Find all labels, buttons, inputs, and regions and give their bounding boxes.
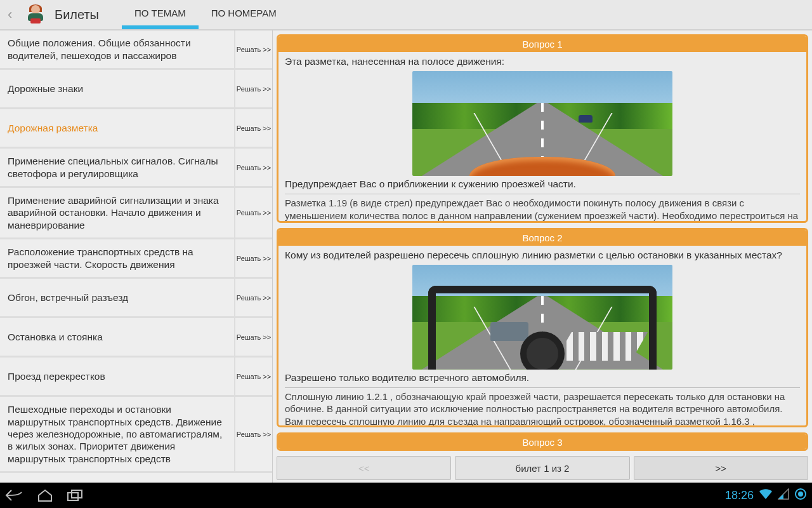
question-card: Вопрос 1 Эта разметка, нанесенная на пол… (277, 34, 808, 223)
pager: << билет 1 из 2 >> (277, 456, 808, 483)
clock: 18:26 (725, 489, 754, 502)
explanation-text: Сплошную линию 1.2.1 , обозначающую край… (285, 387, 800, 427)
topic-row[interactable]: Пешеходные переходы и остановки маршрутн… (0, 397, 272, 473)
solve-button[interactable]: Решать >> (234, 70, 272, 107)
topic-row[interactable]: Применение специальных сигналов. Сигналы… (0, 149, 272, 188)
solve-button[interactable]: Решать >> (234, 149, 272, 186)
question-image (412, 265, 672, 370)
topic-label: Применение специальных сигналов. Сигналы… (0, 149, 234, 186)
question-image (412, 71, 672, 176)
pager-next-button[interactable]: >> (634, 456, 808, 480)
solve-button[interactable]: Решать >> (234, 318, 272, 356)
topic-label: Дорожные знаки (0, 70, 234, 107)
solve-button[interactable]: Решать >> (234, 358, 272, 395)
pager-status: билет 1 из 2 (455, 456, 629, 480)
topic-row[interactable]: Остановка и стоянка Решать >> (0, 318, 272, 358)
topic-row[interactable]: Дорожная разметка Решать >> (0, 109, 272, 149)
topic-row[interactable]: Проезд перекрестков Решать >> (0, 358, 272, 397)
solve-button[interactable]: Решать >> (234, 279, 272, 316)
content: Вопрос 1 Эта разметка, нанесенная на пол… (273, 30, 812, 483)
topic-label: Проезд перекрестков (0, 358, 234, 395)
topic-row[interactable]: Дорожные знаки Решать >> (0, 70, 272, 109)
solve-button[interactable]: Решать >> (234, 109, 272, 147)
svg-point-3 (798, 491, 803, 497)
home-nav-icon[interactable] (37, 488, 53, 502)
page-title: Билеты (55, 8, 99, 22)
question-card: Вопрос 3 (277, 432, 808, 451)
signal-icon (778, 488, 789, 503)
svg-rect-0 (68, 493, 78, 500)
topic-row[interactable]: Применение аварийной сигнализации и знак… (0, 188, 272, 239)
tab-by-topic[interactable]: ПО ТЕМАМ (122, 0, 199, 29)
tab-by-number[interactable]: ПО НОМЕРАМ (199, 0, 289, 29)
solve-button[interactable]: Решать >> (234, 239, 272, 277)
topic-label: Применение аварийной сигнализации и знак… (0, 188, 234, 237)
solve-button[interactable]: Решать >> (234, 397, 272, 471)
question-heading: Вопрос 1 (278, 36, 806, 52)
topic-label: Расположение транспортных средств на про… (0, 239, 234, 277)
back-nav-icon[interactable] (5, 488, 24, 502)
question-card: Вопрос 2 Кому из водителей разрешено пер… (277, 228, 808, 427)
topic-label: Обгон, встречный разъезд (0, 279, 234, 316)
battery-icon (794, 488, 807, 504)
solve-button[interactable]: Решать >> (234, 30, 272, 68)
system-bar: 18:26 (0, 483, 812, 508)
topic-label: Общие положения. Общие обязанности водит… (0, 30, 234, 68)
pager-prev-button[interactable]: << (277, 456, 451, 480)
wifi-icon (759, 488, 773, 503)
question-text: Кому из водителей разрешено пересечь спл… (285, 250, 800, 261)
topic-row[interactable]: Обгон, встречный разъезд Решать >> (0, 279, 272, 318)
recent-nav-icon[interactable] (66, 488, 85, 502)
question-text: Эта разметка, нанесенная на полосе движе… (285, 56, 800, 67)
svg-rect-1 (72, 490, 82, 498)
sidebar: Общие положения. Общие обязанности водит… (0, 30, 273, 483)
app-icon (25, 4, 46, 25)
topic-label: Дорожная разметка (0, 109, 234, 147)
question-heading: Вопрос 3 (278, 434, 806, 450)
answer-text: Предупреждает Вас о приближении к сужени… (285, 178, 800, 190)
tabs: ПО ТЕМАМ ПО НОМЕРАМ (122, 0, 289, 29)
back-icon[interactable]: ‹ (8, 6, 16, 23)
topic-label: Пешеходные переходы и остановки маршрутн… (0, 397, 234, 471)
solve-button[interactable]: Решать >> (234, 188, 272, 237)
top-bar: ‹ Билеты ПО ТЕМАМ ПО НОМЕРАМ (0, 0, 812, 30)
explanation-text: Разметка 1.19 (в виде стрел) предупрежда… (285, 194, 800, 223)
topic-row[interactable]: Расположение транспортных средств на про… (0, 239, 272, 279)
topic-row[interactable]: Общие положения. Общие обязанности водит… (0, 30, 272, 70)
topic-label: Остановка и стоянка (0, 318, 234, 356)
question-heading: Вопрос 2 (278, 230, 806, 246)
answer-text: Разрешено только водителю встречного авт… (285, 372, 800, 384)
